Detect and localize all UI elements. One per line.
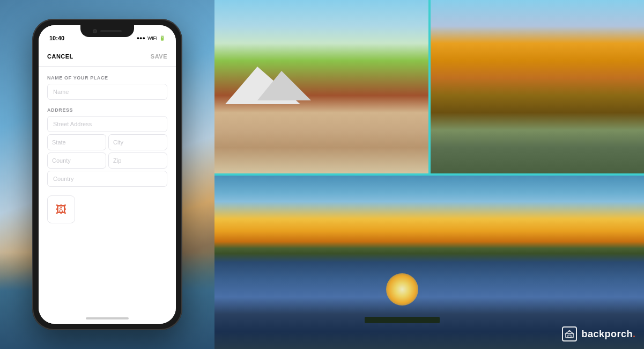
image-icon: 🖼 bbox=[56, 203, 66, 216]
home-bar bbox=[86, 317, 129, 319]
signal-icon: ●●● bbox=[137, 35, 145, 41]
cancel-button[interactable]: CANCEL bbox=[47, 53, 73, 60]
zip-placeholder: Zip bbox=[113, 157, 121, 164]
app-content: CANCEL SAVE NAME OF YOUR PLACE Name ADDR… bbox=[39, 47, 176, 313]
state-placeholder: State bbox=[52, 139, 66, 146]
phone-screen: 10:40 ●●● WiFi 🔋 CANCEL SAVE NAME OF YOU… bbox=[39, 25, 176, 324]
address-label: ADDRESS bbox=[47, 107, 167, 113]
photo-ranch-gate bbox=[214, 0, 428, 173]
status-icons: ●●● WiFi 🔋 bbox=[137, 35, 165, 41]
name-label: NAME OF YOUR PLACE bbox=[47, 75, 167, 81]
country-input[interactable]: Country bbox=[47, 171, 167, 187]
save-button[interactable]: SAVE bbox=[151, 53, 167, 60]
county-input[interactable]: County bbox=[47, 152, 106, 169]
brand-text: backporch bbox=[581, 329, 633, 339]
country-placeholder: Country bbox=[53, 176, 74, 182]
brand-dot: . bbox=[633, 329, 635, 339]
app-header: CANCEL SAVE bbox=[39, 47, 176, 67]
city-placeholder: City bbox=[113, 139, 123, 146]
brand-name: backporch. bbox=[581, 329, 635, 340]
status-time: 10:40 bbox=[49, 35, 64, 41]
brand-logo-icon bbox=[562, 326, 577, 341]
photo-section: 🖼 bbox=[47, 195, 167, 223]
city-input[interactable]: City bbox=[108, 134, 167, 150]
backporch-brand: backporch. bbox=[562, 326, 635, 341]
phone-frame: 10:40 ●●● WiFi 🔋 CANCEL SAVE NAME OF YOU… bbox=[32, 19, 182, 330]
address-section: ADDRESS Street Address State City bbox=[47, 107, 167, 187]
county-placeholder: County bbox=[52, 157, 71, 164]
wifi-icon: WiFi bbox=[147, 35, 157, 41]
phone-camera bbox=[93, 29, 97, 33]
left-panel: 10:40 ●●● WiFi 🔋 CANCEL SAVE NAME OF YOU… bbox=[0, 0, 214, 349]
street-input[interactable]: Street Address bbox=[47, 116, 167, 132]
state-city-row: State City bbox=[47, 134, 167, 150]
zip-input[interactable]: Zip bbox=[108, 152, 167, 169]
street-placeholder: Street Address bbox=[53, 121, 92, 127]
photo-sunset-water: backporch. bbox=[214, 176, 644, 349]
phone-notch bbox=[80, 25, 134, 37]
svg-rect-0 bbox=[566, 333, 573, 338]
photo-grid: backporch. bbox=[214, 0, 644, 349]
county-zip-row: County Zip bbox=[47, 152, 167, 169]
photo-autumn-cabin bbox=[431, 0, 645, 173]
form-area: NAME OF YOUR PLACE Name ADDRESS Street A… bbox=[39, 67, 176, 232]
home-indicator bbox=[39, 313, 176, 324]
name-input[interactable]: Name bbox=[47, 84, 167, 100]
name-placeholder: Name bbox=[53, 89, 69, 95]
phone-speaker bbox=[100, 30, 122, 32]
photo-upload-button[interactable]: 🖼 bbox=[47, 195, 75, 223]
battery-icon: 🔋 bbox=[159, 35, 165, 41]
svg-rect-3 bbox=[569, 330, 571, 331]
state-input[interactable]: State bbox=[47, 134, 106, 150]
